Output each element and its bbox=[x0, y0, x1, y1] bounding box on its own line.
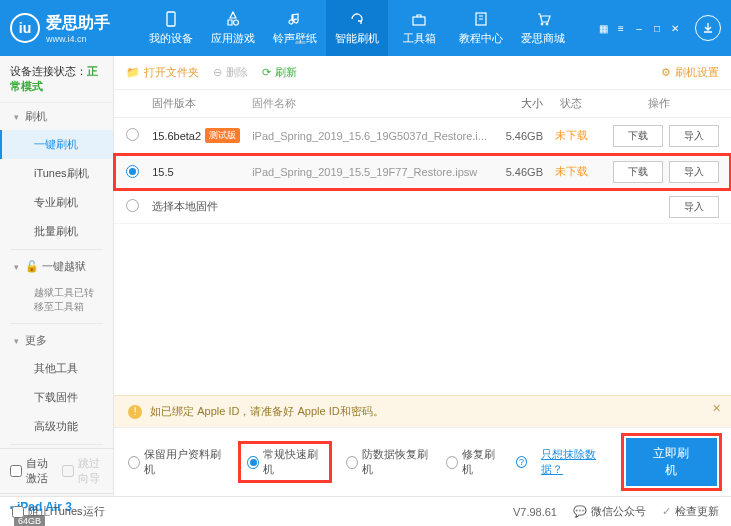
sidebar-item[interactable]: 其他工具 bbox=[0, 354, 113, 383]
svg-rect-1 bbox=[413, 17, 425, 25]
chevron-down-icon: ▾ bbox=[14, 262, 19, 272]
nav-book[interactable]: 教程中心 bbox=[450, 0, 512, 56]
sidebar-section[interactable]: ▾刷机 bbox=[0, 103, 113, 130]
nav-refresh[interactable]: 智能刷机 bbox=[326, 0, 388, 56]
window-menu-icon[interactable]: ≡ bbox=[613, 21, 629, 35]
sidebar-item[interactable]: 专业刷机 bbox=[0, 188, 113, 217]
chevron-down-icon: ▾ bbox=[14, 112, 19, 122]
erase-only-link[interactable]: 只想抹除数据？ bbox=[541, 447, 611, 477]
connection-status: 设备连接状态：正常模式 bbox=[0, 56, 113, 103]
refresh-icon bbox=[348, 10, 366, 28]
app-logo: iu bbox=[10, 13, 40, 43]
anti-recovery-radio[interactable]: 防数据恢复刷机 bbox=[346, 447, 432, 477]
sidebar-item[interactable]: 一键刷机 bbox=[0, 130, 113, 159]
col-name: 固件名称 bbox=[252, 96, 487, 111]
delete-icon: ⊖ bbox=[213, 66, 222, 79]
phone-icon bbox=[162, 10, 180, 28]
flash-now-button[interactable]: 立即刷机 bbox=[626, 438, 717, 486]
svg-point-4 bbox=[546, 23, 548, 25]
nav-music[interactable]: 铃声壁纸 bbox=[264, 0, 326, 56]
help-icon[interactable]: ? bbox=[516, 456, 527, 468]
nav-app[interactable]: 应用游戏 bbox=[202, 0, 264, 56]
col-size: 大小 bbox=[487, 96, 543, 111]
firmware-radio[interactable] bbox=[126, 128, 139, 141]
window-tile-icon[interactable]: ▦ bbox=[595, 21, 611, 35]
update-icon: ✓ bbox=[662, 505, 671, 518]
music-icon bbox=[286, 10, 304, 28]
version-label: V7.98.61 bbox=[513, 506, 557, 518]
check-update-link[interactable]: ✓检查更新 bbox=[662, 504, 719, 519]
col-version: 固件版本 bbox=[152, 96, 252, 111]
book-icon bbox=[472, 10, 490, 28]
sidebar-item[interactable]: 下载固件 bbox=[0, 383, 113, 412]
wechat-link[interactable]: 💬微信公众号 bbox=[573, 504, 646, 519]
download-circle-icon[interactable] bbox=[695, 15, 721, 41]
block-itunes-checkbox[interactable]: 阻止iTunes运行 bbox=[12, 504, 105, 519]
svg-rect-0 bbox=[167, 12, 175, 26]
wechat-icon: 💬 bbox=[573, 505, 587, 518]
nav-cart[interactable]: 爱思商城 bbox=[512, 0, 574, 56]
refresh-icon: ⟳ bbox=[262, 66, 271, 79]
open-folder-button[interactable]: 📁打开文件夹 bbox=[126, 65, 199, 80]
cart-icon bbox=[534, 10, 552, 28]
import-local-button[interactable]: 导入 bbox=[669, 196, 719, 218]
sidebar-info: 越狱工具已转移至工具箱 bbox=[0, 280, 113, 320]
firmware-row[interactable]: 15.5iPad_Spring_2019_15.5_19F77_Restore.… bbox=[114, 154, 731, 190]
sidebar-section[interactable]: ▾🔓 一键越狱 bbox=[0, 253, 113, 280]
notice-text: 如已绑定 Apple ID，请准备好 Apple ID和密码。 bbox=[150, 404, 384, 419]
sidebar-item[interactable]: 批量刷机 bbox=[0, 217, 113, 246]
gear-icon: ⚙ bbox=[661, 66, 671, 79]
col-ops: 操作 bbox=[599, 96, 719, 111]
delete-button: ⊖删除 bbox=[213, 65, 248, 80]
app-url: www.i4.cn bbox=[46, 34, 110, 44]
window-maximize-icon[interactable]: □ bbox=[649, 21, 665, 35]
refresh-button[interactable]: ⟳刷新 bbox=[262, 65, 297, 80]
notice-close-icon[interactable]: ✕ bbox=[712, 402, 721, 415]
svg-point-3 bbox=[541, 23, 543, 25]
sidebar-section[interactable]: ▾更多 bbox=[0, 327, 113, 354]
firmware-radio[interactable] bbox=[126, 165, 139, 178]
local-firmware-label: 选择本地固件 bbox=[152, 199, 599, 214]
sidebar-item[interactable]: 高级功能 bbox=[0, 412, 113, 441]
import-button[interactable]: 导入 bbox=[669, 125, 719, 147]
download-button[interactable]: 下载 bbox=[613, 125, 663, 147]
warning-icon: ! bbox=[128, 405, 142, 419]
repair-flash-radio[interactable]: 修复刷机 bbox=[446, 447, 502, 477]
col-status: 状态 bbox=[543, 96, 599, 111]
nav-toolbox[interactable]: 工具箱 bbox=[388, 0, 450, 56]
toolbox-icon bbox=[410, 10, 428, 28]
chevron-down-icon: ▾ bbox=[14, 336, 19, 346]
download-button[interactable]: 下载 bbox=[613, 161, 663, 183]
app-icon bbox=[224, 10, 242, 28]
local-firmware-radio[interactable] bbox=[126, 199, 139, 212]
nav-phone[interactable]: 我的设备 bbox=[140, 0, 202, 56]
folder-icon: 📁 bbox=[126, 66, 140, 79]
normal-flash-radio[interactable]: 常规快速刷机 bbox=[247, 447, 323, 477]
window-close-icon[interactable]: ✕ bbox=[667, 21, 683, 35]
sidebar-item[interactable]: iTunes刷机 bbox=[0, 159, 113, 188]
flash-settings-button[interactable]: ⚙刷机设置 bbox=[661, 65, 719, 80]
keep-data-radio[interactable]: 保留用户资料刷机 bbox=[128, 447, 224, 477]
app-name: 爱思助手 bbox=[46, 13, 110, 34]
window-minimize-icon[interactable]: – bbox=[631, 21, 647, 35]
firmware-row[interactable]: 15.6beta2测试版iPad_Spring_2019_15.6_19G503… bbox=[114, 118, 731, 154]
skip-guide-checkbox[interactable]: 跳过向导 bbox=[62, 456, 104, 486]
auto-activate-checkbox[interactable]: 自动激活 bbox=[10, 456, 52, 486]
import-button[interactable]: 导入 bbox=[669, 161, 719, 183]
